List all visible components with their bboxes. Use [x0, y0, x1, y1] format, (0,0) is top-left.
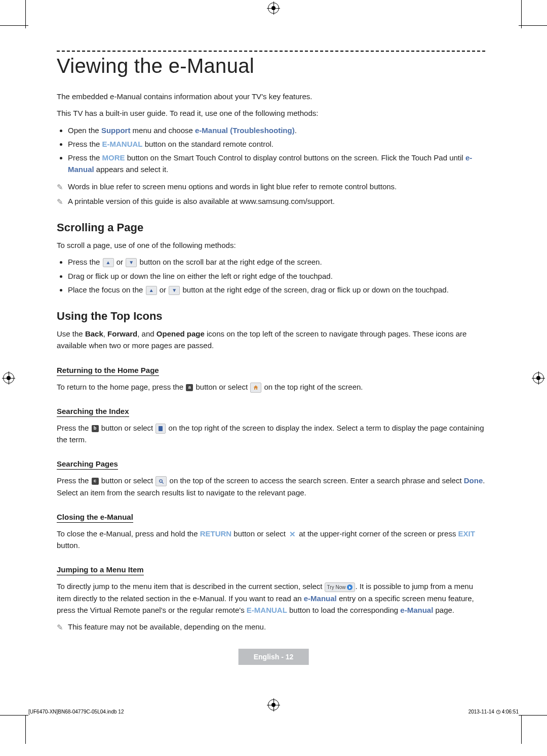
section-lead: To scroll a page, use of one of the foll… [57, 239, 485, 251]
b-button-icon: b [92, 425, 99, 432]
file-name: [UF6470-XN]BN68-04779C-05L04.indb 12 [28, 709, 124, 715]
up-arrow-icon: ▲ [103, 258, 114, 267]
button-ref: MORE [102, 153, 125, 162]
try-now-button-icon: Try Now [325, 582, 356, 593]
subsection-heading: Closing the e-Manual [57, 513, 133, 523]
note: ✎Words in blue refer to screen menu opti… [57, 181, 485, 192]
crop-mark [519, 25, 547, 26]
body-text: To return to the home page, press the a … [57, 381, 485, 393]
play-icon [347, 584, 353, 590]
svg-point-0 [160, 480, 163, 483]
note-icon: ✎ [57, 196, 63, 207]
clock-icon [496, 709, 501, 715]
crop-mark [521, 0, 522, 28]
list-item: Open the Support menu and choose e-Manua… [68, 124, 485, 136]
menu-ref: e-Manual (Troubleshooting) [195, 126, 295, 135]
crop-mark [25, 716, 26, 744]
down-arrow-icon: ▼ [126, 258, 137, 267]
body-text: To close the e-Manual, press and hold th… [57, 528, 485, 552]
menu-ref: e-Manual [400, 606, 433, 614]
menu-ref: e-Manual [304, 594, 337, 603]
button-ref: RETURN [200, 529, 232, 538]
list-item: Press the E-MANUAL button on the standar… [68, 138, 485, 150]
button-ref: E-MANUAL [247, 606, 287, 614]
note-icon: ✎ [57, 621, 63, 633]
list-item: Press the MORE button on the Smart Touch… [68, 152, 485, 176]
section-heading: Using the Top Icons [57, 310, 485, 323]
subsection-heading: Returning to the Home Page [57, 366, 159, 376]
body-text: Press the c button or select on the top … [57, 475, 485, 498]
svg-line-1 [162, 482, 164, 484]
note: ✎A printable version of this guide is al… [57, 195, 485, 207]
horizontal-rule [57, 51, 485, 52]
note: ✎This feature may not be available, depe… [57, 621, 485, 633]
home-icon [250, 383, 261, 393]
method-list: Open the Support menu and choose e-Manua… [57, 124, 485, 176]
crop-mark [519, 715, 547, 716]
subsection-heading: Searching Pages [57, 459, 118, 470]
page-number: English - 12 [239, 649, 309, 665]
subsection-heading: Searching the Index [57, 407, 129, 417]
intro-text: The embedded e-Manual contains informati… [57, 91, 485, 102]
note-icon: ✎ [57, 181, 63, 193]
subsection-heading: Jumping to a Menu Item [57, 565, 144, 575]
registration-mark-icon [533, 372, 544, 384]
index-icon [155, 424, 166, 434]
close-icon: ✕ [288, 530, 296, 538]
c-button-icon: c [92, 478, 99, 485]
menu-ref: Done [464, 476, 483, 485]
scroll-method-list: Press the ▲ or ▼ button on the scroll ba… [57, 256, 485, 296]
timestamp: 2013-11-14 4:06:51 [468, 709, 519, 715]
list-item: Press the ▲ or ▼ button on the scroll ba… [68, 256, 485, 268]
crop-mark [25, 0, 26, 28]
down-arrow-icon: ▼ [169, 286, 180, 295]
a-button-icon: a [186, 384, 193, 391]
crop-mark [0, 715, 28, 716]
crop-mark [521, 716, 522, 744]
section-lead: Use the Back, Forward, and Opened page i… [57, 328, 485, 352]
up-arrow-icon: ▲ [146, 286, 157, 295]
crop-mark [0, 25, 28, 26]
page-content: Viewing the e-Manual The embedded e-Manu… [57, 51, 485, 636]
registration-mark-icon [268, 3, 279, 14]
section-heading: Scrolling a Page [57, 221, 485, 234]
intro-text: This TV has a built-in user guide. To re… [57, 107, 485, 119]
registration-mark-icon [3, 372, 14, 384]
button-ref: E-MANUAL [102, 140, 143, 148]
page-title: Viewing the e-Manual [57, 55, 485, 77]
body-text: Press the b button or select on the top … [57, 422, 485, 446]
body-text: To directly jump to the menu item that i… [57, 580, 485, 616]
list-item: Drag or flick up or down the line on eit… [68, 270, 485, 282]
menu-ref: Support [101, 126, 131, 135]
search-icon [155, 476, 167, 486]
print-footer: [UF6470-XN]BN68-04779C-05L04.indb 12 201… [28, 709, 519, 715]
button-ref: EXIT [458, 529, 475, 538]
list-item: Place the focus on the ▲ or ▼ button at … [68, 284, 485, 296]
